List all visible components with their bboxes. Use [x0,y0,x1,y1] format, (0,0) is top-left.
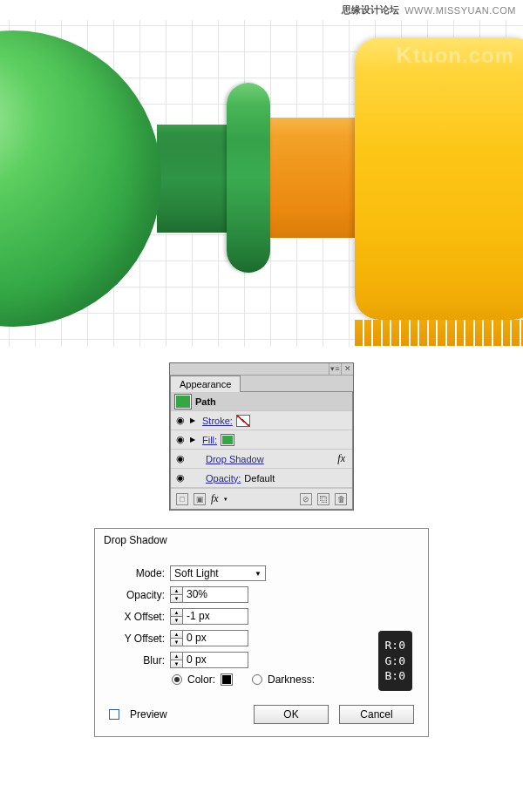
path-label: Path [195,396,216,407]
color-radio[interactable] [172,674,182,685]
darkness-radio[interactable] [252,674,262,685]
fx-menu[interactable]: fx [211,492,219,505]
appearance-tab[interactable]: Appearance [170,376,241,392]
mode-select[interactable]: Soft Light▼ [170,565,266,581]
appearance-row-stroke[interactable]: ◉ ▶ Stroke: [171,411,352,430]
mode-label: Mode: [109,567,170,579]
appearance-footer: □ ▣ fx▾ ⊘ ⿻ 🗑 [171,488,352,509]
disclosure-icon[interactable]: ▶ [190,416,199,424]
yoffset-spinner[interactable]: ▲▼ [170,630,182,646]
opacity-link[interactable]: Opacity: [206,473,241,484]
watermark: Ktuon.com [396,42,514,69]
blur-label: Blur: [109,654,170,667]
visibility-icon[interactable]: ◉ [174,415,187,426]
fx-badge[interactable]: fx [337,452,349,465]
shape-green-bulb [0,30,161,327]
xoffset-spinner[interactable]: ▲▼ [170,608,182,625]
header-cn: 思缘设计论坛 [342,3,399,17]
blur-spinner[interactable]: ▲▼ [170,652,182,668]
appearance-row-fill[interactable]: ◉ ▶ Fill: [171,430,352,450]
appearance-row-path[interactable]: Path [171,392,352,411]
panel-close-icon[interactable]: ✕ [341,363,353,375]
xoffset-input[interactable]: -1 px [182,608,248,625]
panel-menu-icon[interactable]: ▾≡ [329,363,341,375]
opacity-value: Default [244,473,275,484]
shape-orange-tube [262,118,362,238]
color-label: Color: [187,673,215,686]
path-thumb-swatch [174,394,192,409]
appearance-row-dropshadow[interactable]: ◉ Drop Shadow fx [171,450,352,469]
shape-yellow-block [355,37,523,320]
fill-swatch[interactable] [221,434,234,446]
appearance-row-opacity[interactable]: ◉ Opacity: Default [171,469,352,488]
preview-checkbox[interactable] [109,709,119,720]
visibility-icon[interactable]: ◉ [174,434,187,445]
opacity-spinner[interactable]: ▲▼ [170,586,182,603]
cancel-button[interactable]: Cancel [339,705,414,724]
drop-shadow-dialog[interactable]: Drop Shadow Mode: Soft Light▼ Opacity: ▲… [94,528,429,737]
shape-green-ring [227,83,270,273]
opacity-input[interactable]: 30% [182,586,248,603]
visibility-icon[interactable]: ◉ [174,472,187,484]
blur-input[interactable]: 0 px [182,652,248,668]
color-swatch[interactable] [221,673,233,686]
dialog-title: Drop Shadow [95,529,428,551]
stroke-swatch[interactable] [236,415,250,427]
disclosure-icon[interactable]: ▶ [190,436,199,443]
fill-link[interactable]: Fill: [202,435,217,445]
appearance-panel[interactable]: ▾≡ ✕ Appearance Path ◉ ▶ Stroke: ◉ ▶ Fil… [169,362,354,511]
clear-icon[interactable]: ⊘ [300,493,312,505]
stroke-link[interactable]: Stroke: [202,416,233,426]
yoffset-label: Y Offset: [109,633,170,645]
preview-label: Preview [130,708,167,721]
yoffset-input[interactable]: 0 px [182,630,248,646]
darkness-label: Darkness: [268,673,315,686]
dropshadow-link[interactable]: Drop Shadow [206,454,264,464]
trash-icon[interactable]: 🗑 [335,493,347,505]
header-url: WWW.MISSYUAN.COM [404,5,516,16]
ok-button[interactable]: OK [254,705,329,724]
xoffset-label: X Offset: [109,611,170,623]
new-stroke-icon[interactable]: □ [176,493,188,505]
visibility-icon[interactable]: ◉ [174,453,187,464]
opacity-label: Opacity: [109,589,170,601]
duplicate-icon[interactable]: ⿻ [317,493,329,505]
new-fill-icon[interactable]: ▣ [194,493,206,505]
shape-yellow-ribs [355,320,523,346]
artwork-canvas: Ktuon.com [0,20,523,347]
